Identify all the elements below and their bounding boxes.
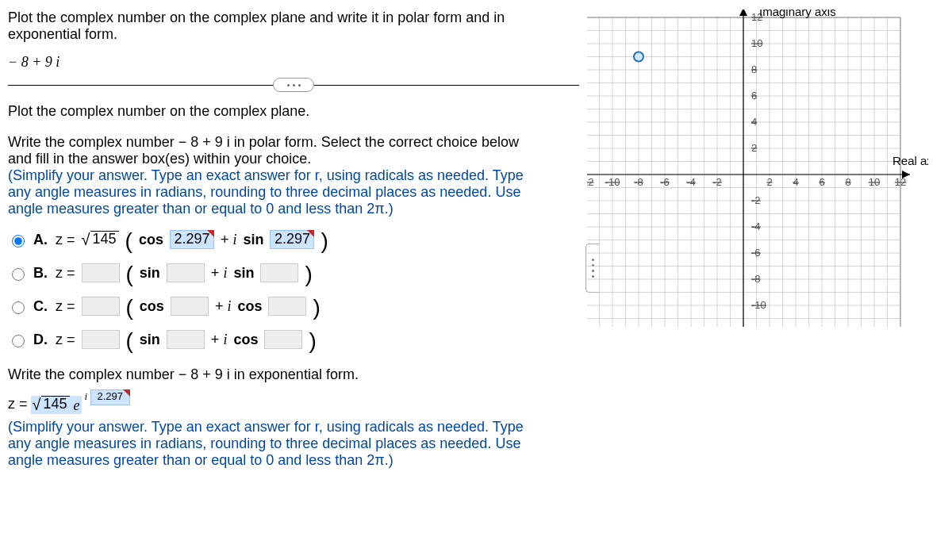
svg-text:8: 8	[845, 176, 850, 188]
graph-panel: -12-12-10-10-8-8-6-6-4-4-2-2224466881010…	[587, 10, 944, 469]
fn2: sin	[243, 232, 263, 248]
close-paren: )	[309, 328, 316, 354]
prompt-line1: Plot the complex number on the complex p…	[8, 10, 579, 26]
fn2: cos	[233, 332, 258, 348]
exponential-section: Write the complex number − 8 + 9 i in ex…	[8, 366, 579, 469]
choice-a-radio[interactable]	[12, 235, 25, 247]
choice-list: A. z = √145 ( cos 2.297 + i sin 2.297 ) …	[8, 227, 579, 352]
plus-i: + i	[221, 232, 237, 248]
fn1: cos	[139, 232, 163, 248]
angle-input-2[interactable]: 2.297	[270, 230, 314, 249]
svg-text:Imaginary axis: Imaginary axis	[759, 10, 836, 18]
expand-toggle[interactable]	[273, 78, 314, 92]
choice-c[interactable]: C. z = ( cos + i cos )	[8, 293, 579, 319]
sqrt-value: 145	[90, 231, 119, 247]
choice-letter: C.	[33, 298, 48, 315]
open-paren: (	[125, 228, 132, 254]
svg-text:-6: -6	[660, 176, 670, 188]
angle-input-2[interactable]	[268, 297, 306, 316]
svg-text:-2: -2	[712, 176, 722, 188]
exp-hint3: angle measures greater than or equal to …	[8, 452, 579, 469]
svg-text:6: 6	[751, 90, 757, 102]
eq-label: z =	[56, 232, 75, 248]
open-paren: (	[126, 328, 133, 354]
i-symbol: i	[85, 390, 88, 402]
expression-text: − 8 + 9 i	[8, 54, 60, 70]
svg-text:-8: -8	[751, 273, 761, 285]
selected-r: √145 e	[31, 396, 82, 414]
svg-text:10: 10	[869, 176, 880, 188]
angle-input-1[interactable]	[167, 263, 205, 282]
svg-text:-4: -4	[686, 176, 696, 188]
plot-instruction: Plot the complex number on the complex p…	[8, 103, 579, 120]
exp-angle-input[interactable]: 2.297	[90, 389, 130, 405]
svg-text:-12: -12	[751, 325, 766, 327]
angle-input-2[interactable]	[264, 330, 302, 349]
eq-label: z =	[56, 265, 75, 282]
polar-hint2: any angle measures in radians, rounding …	[8, 184, 579, 201]
svg-text:Real axis: Real axis	[892, 154, 928, 167]
svg-text:8: 8	[751, 63, 757, 75]
prompt-line2: exponential form.	[8, 26, 579, 43]
fn2: sin	[233, 265, 254, 282]
eq-label: z =	[56, 332, 75, 348]
eq-label: z =	[56, 298, 75, 315]
sqrt-value: 145	[41, 396, 70, 412]
angle-input-1[interactable]	[171, 297, 209, 316]
close-paren: )	[313, 295, 320, 320]
choice-b-radio[interactable]	[12, 268, 25, 281]
svg-point-81	[634, 52, 643, 62]
question-panel: Plot the complex number on the complex p…	[8, 10, 587, 469]
sqrt-r: √145	[82, 231, 119, 249]
svg-text:-6: -6	[751, 247, 761, 259]
angle-input-2[interactable]	[260, 263, 298, 282]
angle-input-1[interactable]: 2.297	[170, 230, 214, 249]
exp-answer: z = √145 e i 2.297	[8, 396, 579, 414]
svg-marker-54	[739, 10, 747, 16]
polar-line1: Write the complex number − 8 + 9 i in po…	[8, 134, 579, 151]
choice-letter: B.	[33, 265, 48, 282]
exp-prompt: Write the complex number − 8 + 9 i in ex…	[8, 366, 579, 383]
fn2: cos	[237, 298, 262, 315]
svg-text:-4: -4	[751, 221, 761, 232]
r-input[interactable]	[82, 263, 120, 282]
given-expression: − 8 + 9 i	[8, 54, 579, 71]
choice-d-radio[interactable]	[12, 335, 25, 347]
exp-hint1: (Simplify your answer. Type an exact ans…	[8, 419, 579, 435]
angle-input-1[interactable]	[167, 330, 205, 349]
choice-b[interactable]: B. z = ( sin + i sin )	[8, 260, 579, 286]
svg-text:-12: -12	[587, 176, 593, 188]
choice-letter: D.	[33, 332, 48, 348]
svg-text:6: 6	[819, 176, 824, 188]
svg-text:2: 2	[751, 142, 757, 154]
svg-text:10: 10	[751, 37, 762, 49]
eq-label: z =	[8, 396, 28, 412]
exponent: i 2.297	[85, 389, 130, 405]
plus-i: + i	[211, 265, 228, 282]
open-paren: (	[126, 295, 133, 320]
svg-text:-10: -10	[605, 176, 620, 188]
svg-text:-2: -2	[751, 194, 761, 206]
e-symbol: e	[74, 397, 80, 413]
svg-text:12: 12	[895, 176, 906, 188]
choice-a[interactable]: A. z = √145 ( cos 2.297 + i sin 2.297 )	[8, 227, 579, 252]
close-paren: )	[321, 228, 328, 254]
svg-text:2: 2	[766, 176, 772, 188]
fn1: sin	[140, 332, 160, 348]
open-paren: (	[126, 262, 133, 287]
close-paren: )	[305, 262, 312, 287]
svg-text:-10: -10	[751, 299, 766, 311]
r-input[interactable]	[82, 330, 120, 349]
page: Plot the complex number on the complex p…	[8, 10, 944, 469]
complex-plane[interactable]: -12-12-10-10-8-8-6-6-4-4-2-2224466881010…	[587, 10, 928, 327]
svg-text:-8: -8	[634, 176, 643, 188]
choice-c-radio[interactable]	[12, 301, 25, 314]
r-input[interactable]	[82, 297, 120, 316]
polar-line2: and fill in the answer box(es) within yo…	[8, 151, 579, 167]
svg-text:4: 4	[751, 116, 757, 128]
choice-d[interactable]: D. z = ( sin + i cos )	[8, 327, 579, 352]
fn1: sin	[140, 265, 160, 282]
fn1: cos	[140, 298, 164, 315]
plus-i: + i	[215, 298, 232, 315]
polar-hint1: (Simplify your answer. Type an exact ans…	[8, 167, 579, 184]
